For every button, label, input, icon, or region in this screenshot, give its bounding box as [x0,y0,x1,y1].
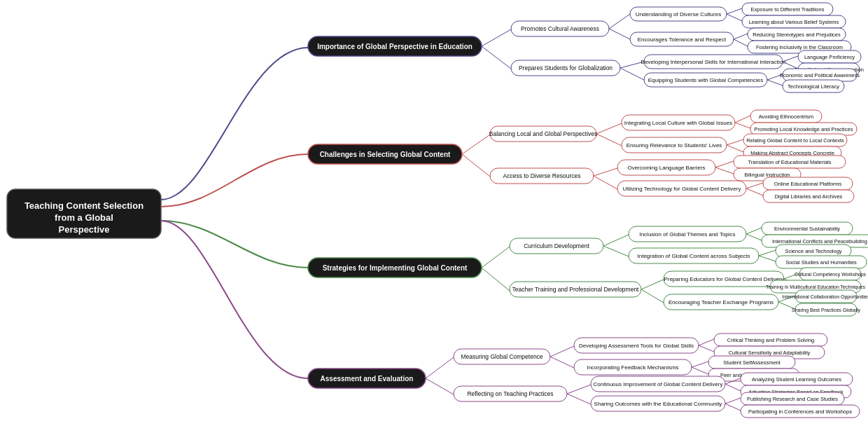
central-title-line2: from a Global [55,212,113,223]
feedback-label: Incorporating Feedback Mechanisms [587,364,678,371]
integration-content-label: Integration of Global Content across Sub… [638,253,750,259]
tolerance-label: Encourages Tolerance and Respect [638,36,727,43]
belief-systems-label: Learning about Various Belief Systems [749,19,839,25]
tech-literacy-label: Technological Literacy [788,83,839,90]
teacher-exchange-label: Encouraging Teacher Exchange Programs [668,299,774,305]
equipping-label: Equipping Students with Global Competenc… [648,77,764,83]
language-prof-label: Language Proficiency [804,54,855,60]
assessment-tools-label: Developing Assessment Tools for Global S… [579,343,694,349]
teacher-training-label: Teacher Training and Professional Develo… [512,286,640,293]
relevance-label: Ensuring Relevance to Students' Lives [626,142,722,149]
inclusivity-label: Fostering Inclusivity in the Classroom [756,44,843,50]
globalization-label: Prepares Students for Globalization [519,64,612,71]
cultural-workshops-label: Cultural Competency Workshops [794,272,867,277]
environmental-label: Environmental Sustainability [774,226,840,232]
critical-thinking-label: Critical Thinking and Problem Solving [727,337,815,343]
sharing-outcomes-label: Sharing Outcomes with the Educational Co… [594,401,722,407]
interpersonal-label: Developing Interpersonal Skills for Inte… [640,59,785,65]
assessment-label: Assessment and Evaluation [321,375,414,383]
diverse-cultures-label: Understanding of Diverse Cultures [636,11,721,18]
global-themes-label: Inclusion of Global Themes and Topics [639,231,735,238]
measuring-label: Measuring Global Competence [461,353,542,360]
online-platforms-label: Online Educational Platforms [774,181,842,187]
economic-label: Economic and Political Awareness [780,72,860,78]
publishing-label: Publishing Research and Case Studies [747,396,838,402]
stereotypes-label: Reducing Stereotypes and Prejudices [752,32,841,38]
access-label: Access to Diverse Resources [503,172,580,179]
translation-label: Translation of Educational Materials [748,159,832,165]
promotes-label: Promotes Cultural Awareness [521,25,599,32]
ethnocentrism-label: Avoiding Ethnocentrism [759,114,814,120]
importance-label: Importance of Global Perspective in Educ… [317,43,472,50]
social-studies-label: Social Studies and Humanities [785,259,857,266]
digital-libraries-label: Digital Libraries and Archives [775,193,843,200]
relating-global-label: Relating Global Content to Local Context… [746,137,844,144]
multicultural-training-label: Training in Multicultural Education Tech… [766,284,866,290]
exposure-label: Exposure to Different Traditions [751,6,825,13]
intl-collab-label: International Collaboration Opportunitie… [782,294,868,300]
intl-conflicts-label: International Conflicts and Peacebuildin… [772,238,867,245]
science-tech-label: Science and Technology [785,248,841,254]
curriculum-label: Curriculum Development [524,242,589,249]
integrating-label: Integrating Local Culture with Global Is… [624,120,732,126]
balancing-label: Balancing Local and Global Perspectives [489,130,598,137]
central-title-line3: Perspective [59,224,110,235]
reflecting-label: Reflecting on Teaching Practices [467,390,553,397]
preparing-educators-label: Preparing Educators for Global Content D… [664,276,783,282]
lang-barriers-label: Overcoming Language Barriers [627,165,705,171]
central-title-line1: Teaching Content Selection [24,200,144,211]
conferences-label: Participating in Conferences and Worksho… [748,408,852,415]
self-assessment-label: Student SelfAssessment [723,359,781,366]
utilizing-tech-label: Utilizing Technology for Global Content … [623,186,741,192]
local-knowledge-label: Promoting Local Knowledge and Practices [755,126,853,132]
analyzing-label: Analyzing Student Learning Outcomes [752,376,841,383]
continuous-label: Continuous Improvement of Global Content… [594,381,723,387]
cultural-sensitivity-label: Cultural Sensitivity and Adaptability [729,350,811,356]
strategies-label: Strategies for Implementing Global Conte… [323,264,468,272]
challenges-label: Challenges in Selecting Global Content [320,151,451,158]
best-practices-label: Sharing Best Practices Globally [792,308,861,313]
